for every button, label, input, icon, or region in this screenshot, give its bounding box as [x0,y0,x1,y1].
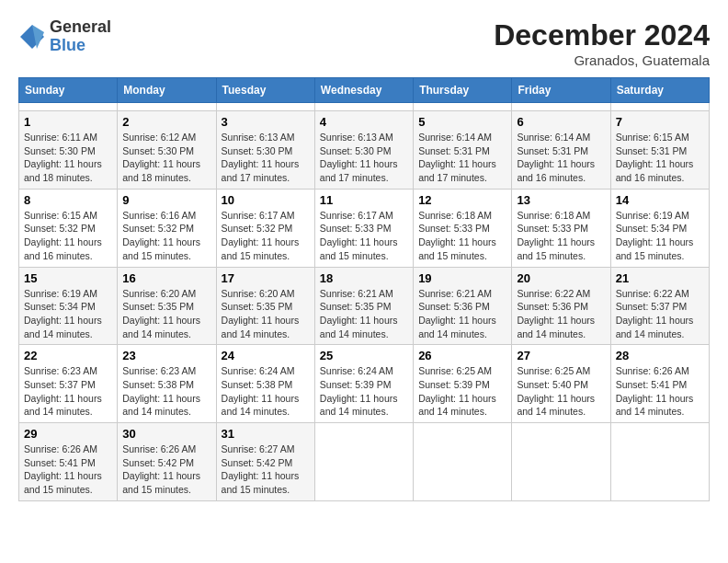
daylight-label: Daylight: 11 hours and 14 minutes. [122,315,200,339]
cell-3-2: 17 Sunrise: 6:20 AM Sunset: 5:35 PM Dayl… [216,267,314,345]
cell-5-6 [610,423,709,501]
sunrise-label: Sunrise: 6:23 AM [122,365,196,376]
sunset-label: Sunset: 5:33 PM [517,223,588,234]
sunrise-label: Sunrise: 6:24 AM [222,365,295,376]
cell-2-2: 10 Sunrise: 6:17 AM Sunset: 5:32 PM Dayl… [216,189,314,267]
sunrise-label: Sunrise: 6:23 AM [24,365,97,376]
day-number: 4 [320,115,408,129]
calendar-table: Sunday Monday Tuesday Wednesday Thursday… [18,77,710,501]
day-number: 2 [122,115,210,129]
day-number: 16 [122,271,210,285]
daylight-label: Daylight: 11 hours and 18 minutes. [24,158,102,183]
cell-5-2: 31 Sunrise: 6:27 AM Sunset: 5:42 PM Dayl… [216,423,314,501]
daylight-label: Daylight: 11 hours and 16 minutes. [517,158,595,183]
cell-3-5: 20 Sunrise: 6:22 AM Sunset: 5:36 PM Dayl… [512,267,610,345]
sunrise-label: Sunrise: 6:20 AM [122,288,196,299]
cell-4-4: 26 Sunrise: 6:25 AM Sunset: 5:39 PM Dayl… [414,345,512,423]
week-row-5: 29 Sunrise: 6:26 AM Sunset: 5:41 PM Dayl… [19,423,710,501]
day-info: Sunrise: 6:17 AM Sunset: 5:33 PM Dayligh… [320,209,408,263]
sunset-label: Sunset: 5:32 PM [24,223,96,234]
day-number: 29 [24,427,112,441]
sunset-label: Sunset: 5:35 PM [222,301,293,312]
sunset-label: Sunset: 5:30 PM [24,145,96,156]
sunset-label: Sunset: 5:34 PM [616,223,688,234]
sunset-label: Sunset: 5:37 PM [616,301,688,312]
day-info: Sunrise: 6:26 AM Sunset: 5:41 PM Dayligh… [24,442,112,497]
sunset-label: Sunset: 5:30 PM [122,145,194,156]
day-info: Sunrise: 6:21 AM Sunset: 5:35 PM Dayligh… [320,287,408,341]
daylight-label: Daylight: 11 hours and 14 minutes. [517,315,595,339]
logo-blue: Blue [50,37,111,55]
header-row: Sunday Monday Tuesday Wednesday Thursday… [19,78,710,103]
sunrise-label: Sunrise: 6:16 AM [122,210,196,221]
daylight-label: Daylight: 11 hours and 17 minutes. [418,158,496,183]
day-info: Sunrise: 6:22 AM Sunset: 5:37 PM Dayligh… [616,287,704,341]
day-number: 15 [24,271,112,285]
day-number: 9 [122,193,210,207]
cell-2-1: 9 Sunrise: 6:16 AM Sunset: 5:32 PM Dayli… [118,189,216,267]
cell-1-1: 2 Sunrise: 6:12 AM Sunset: 5:30 PM Dayli… [118,111,216,190]
location: Granados, Guatemala [494,52,710,68]
daylight-label: Daylight: 11 hours and 14 minutes. [122,393,200,418]
day-number: 25 [320,349,408,362]
sunset-label: Sunset: 5:33 PM [320,223,392,234]
day-info: Sunrise: 6:18 AM Sunset: 5:33 PM Dayligh… [418,209,506,263]
day-info: Sunrise: 6:24 AM Sunset: 5:39 PM Dayligh… [320,364,408,419]
day-info: Sunrise: 6:16 AM Sunset: 5:32 PM Dayligh… [122,209,210,263]
day-number: 14 [616,193,704,207]
daylight-label: Daylight: 11 hours and 14 minutes. [24,393,102,418]
sunrise-label: Sunrise: 6:17 AM [320,210,393,221]
day-number: 10 [222,193,310,207]
sunrise-label: Sunrise: 6:22 AM [517,288,590,299]
cell-0-5 [512,103,610,111]
day-number: 17 [222,271,310,285]
cell-4-2: 24 Sunrise: 6:24 AM Sunset: 5:38 PM Dayl… [216,345,314,423]
cell-1-0: 1 Sunrise: 6:11 AM Sunset: 5:30 PM Dayli… [19,111,118,190]
cell-4-5: 27 Sunrise: 6:25 AM Sunset: 5:40 PM Dayl… [512,345,610,423]
day-info: Sunrise: 6:14 AM Sunset: 5:31 PM Dayligh… [517,131,605,185]
cell-2-0: 8 Sunrise: 6:15 AM Sunset: 5:32 PM Dayli… [19,189,118,267]
daylight-label: Daylight: 11 hours and 15 minutes. [122,236,200,261]
day-info: Sunrise: 6:20 AM Sunset: 5:35 PM Dayligh… [222,287,310,341]
sunrise-label: Sunrise: 6:18 AM [418,210,492,221]
week-row-3: 15 Sunrise: 6:19 AM Sunset: 5:34 PM Dayl… [19,267,710,345]
sunrise-label: Sunrise: 6:25 AM [418,365,492,376]
week-row-0 [19,103,710,111]
col-saturday: Saturday [610,78,709,103]
daylight-label: Daylight: 11 hours and 18 minutes. [122,158,200,183]
sunrise-label: Sunrise: 6:13 AM [320,132,393,143]
cell-0-2 [216,103,314,111]
cell-3-0: 15 Sunrise: 6:19 AM Sunset: 5:34 PM Dayl… [19,267,118,345]
sunset-label: Sunset: 5:31 PM [616,145,688,156]
sunset-label: Sunset: 5:31 PM [418,145,490,156]
cell-3-3: 18 Sunrise: 6:21 AM Sunset: 5:35 PM Dayl… [314,267,413,345]
sunset-label: Sunset: 5:35 PM [122,301,194,312]
day-number: 28 [616,349,704,362]
sunrise-label: Sunrise: 6:15 AM [616,132,689,143]
day-number: 23 [122,349,210,362]
daylight-label: Daylight: 11 hours and 14 minutes. [616,315,694,339]
sunset-label: Sunset: 5:41 PM [24,457,96,468]
logo-text: General Blue [50,18,111,55]
day-number: 18 [320,271,408,285]
month-title: December 2024 [494,18,710,52]
sunrise-label: Sunrise: 6:26 AM [122,443,196,454]
sunset-label: Sunset: 5:32 PM [222,223,293,234]
sunset-label: Sunset: 5:40 PM [517,379,588,390]
week-row-2: 8 Sunrise: 6:15 AM Sunset: 5:32 PM Dayli… [19,189,710,267]
day-info: Sunrise: 6:21 AM Sunset: 5:36 PM Dayligh… [418,287,506,341]
cell-3-6: 21 Sunrise: 6:22 AM Sunset: 5:37 PM Dayl… [610,267,709,345]
logo-general: General [50,18,111,37]
day-info: Sunrise: 6:25 AM Sunset: 5:40 PM Dayligh… [517,364,605,419]
cell-4-6: 28 Sunrise: 6:26 AM Sunset: 5:41 PM Dayl… [610,345,709,423]
cell-1-2: 3 Sunrise: 6:13 AM Sunset: 5:30 PM Dayli… [216,111,314,190]
day-number: 19 [418,271,506,285]
calendar-header: Sunday Monday Tuesday Wednesday Thursday… [19,78,710,103]
cell-1-3: 4 Sunrise: 6:13 AM Sunset: 5:30 PM Dayli… [314,111,413,190]
cell-2-4: 12 Sunrise: 6:18 AM Sunset: 5:33 PM Dayl… [414,189,512,267]
col-tuesday: Tuesday [216,78,314,103]
day-number: 1 [24,115,112,129]
sunrise-label: Sunrise: 6:17 AM [222,210,295,221]
day-number: 12 [418,193,506,207]
daylight-label: Daylight: 11 hours and 16 minutes. [24,236,102,261]
